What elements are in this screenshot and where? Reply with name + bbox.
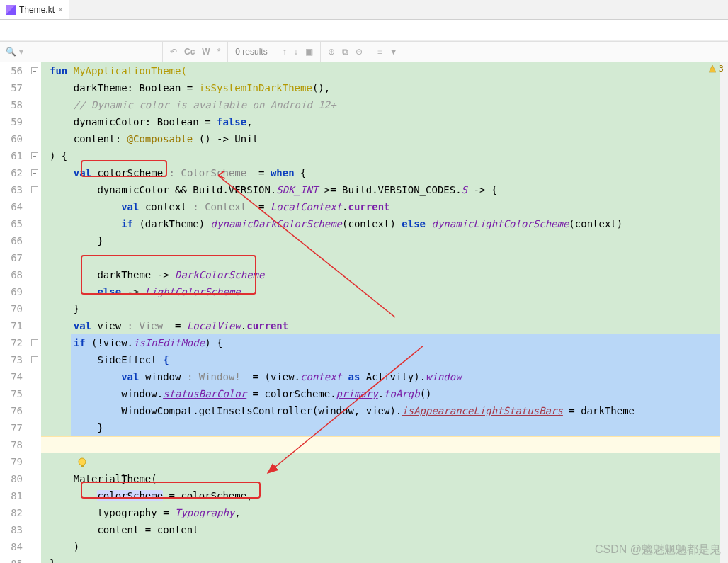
nav-controls: ↑ ↓ ▣ [275, 42, 321, 62]
find-history-controls: ↶ Cc W * [163, 42, 228, 62]
search-icon: 🔍 [6, 47, 16, 57]
svg-point-3 [79, 458, 86, 465]
fold-icon[interactable] [31, 67, 38, 74]
code-area[interactable]: 3 fun MyApplicationTheme( darkTheme: Boo… [41, 62, 728, 563]
fold-gutter [28, 62, 41, 563]
filter-icon[interactable]: ▼ [389, 47, 398, 57]
close-icon[interactable]: × [58, 5, 63, 15]
fold-icon[interactable] [31, 169, 38, 176]
fold-icon[interactable] [31, 339, 38, 346]
results-count: 0 results [228, 42, 275, 62]
match-word-button[interactable]: W [202, 47, 210, 57]
select-controls: ⊕ ⧉ ⊖ [321, 42, 370, 62]
scrollbar[interactable] [720, 62, 728, 563]
line-number-gutter: 56 57 58 59 60 61 62 63 64 65 66 67 68 6… [0, 62, 28, 563]
filter-controls: ≡ ▼ [370, 42, 405, 62]
search-input[interactable]: 🔍 ▾ [0, 42, 163, 62]
prev-match-icon[interactable]: ↑ [283, 47, 287, 57]
select-all-icon[interactable]: ⧉ [342, 47, 348, 57]
find-toolbar: 🔍 ▾ ↶ Cc W * 0 results ↑ ↓ ▣ ⊕ ⧉ ⊖ ≡ ▼ [0, 41, 728, 62]
undo-icon[interactable]: ↶ [170, 47, 177, 57]
fold-icon[interactable] [31, 186, 38, 193]
remove-selection-icon[interactable]: ⊖ [356, 47, 363, 57]
regex-button[interactable]: * [217, 47, 221, 57]
match-case-button[interactable]: Cc [184, 47, 195, 57]
tab-label: Theme.kt [19, 5, 55, 15]
file-tab[interactable]: Theme.kt × [0, 0, 69, 19]
fold-icon[interactable] [31, 356, 38, 363]
tab-bar: Theme.kt × [0, 0, 728, 20]
dropdown-caret-icon[interactable]: ▾ [19, 47, 23, 57]
add-selection-icon[interactable]: ⊕ [328, 47, 335, 57]
fold-icon[interactable] [31, 152, 38, 159]
editor-header-spacer [0, 20, 728, 41]
inspection-warning[interactable]: 3 [708, 64, 724, 74]
open-in-find-window-icon[interactable]: ▣ [305, 47, 313, 57]
svg-marker-2 [709, 65, 716, 72]
svg-rect-4 [81, 465, 84, 467]
settings-icon[interactable]: ≡ [377, 47, 382, 57]
kotlin-file-icon [6, 5, 16, 15]
editor: 56 57 58 59 60 61 62 63 64 65 66 67 68 6… [0, 62, 728, 563]
next-match-icon[interactable]: ↓ [294, 47, 298, 57]
